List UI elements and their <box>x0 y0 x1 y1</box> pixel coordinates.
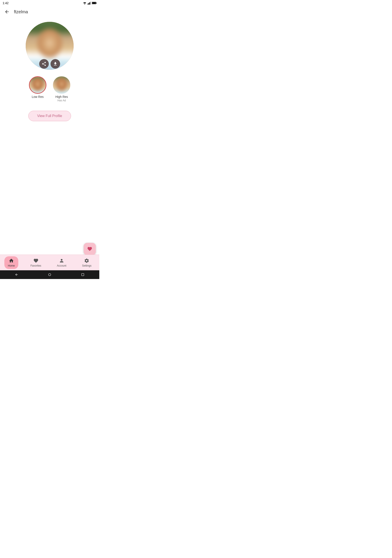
high-res-circle <box>53 76 70 94</box>
status-bar: 1:42 <box>0 0 99 6</box>
high-res-label: High Res <box>55 95 68 98</box>
svg-rect-3 <box>90 2 90 5</box>
signal-icon <box>87 1 91 5</box>
nav-account-label: Account <box>57 264 66 267</box>
heart-icon <box>87 246 92 252</box>
back-system-btn[interactable] <box>14 272 19 277</box>
settings-icon <box>84 258 89 263</box>
main-content: Low Res High Res Has Ad View Full Profil… <box>0 17 99 121</box>
page-title: ftzelma <box>14 9 28 14</box>
svg-rect-2 <box>89 3 89 5</box>
svg-rect-7 <box>92 2 96 4</box>
battery-icon <box>92 1 97 5</box>
low-res-thumbnail[interactable]: Low Res <box>29 76 46 98</box>
svg-rect-9 <box>82 274 84 276</box>
nav-favorites[interactable]: Favorites <box>27 256 45 269</box>
nav-account[interactable]: Account <box>53 256 70 269</box>
profile-avatar-container <box>26 22 74 70</box>
home-system-btn[interactable] <box>47 272 52 277</box>
low-res-blur <box>29 76 46 94</box>
low-res-label: Low Res <box>32 95 43 98</box>
nav-settings-label: Settings <box>82 264 92 267</box>
thumbnail-row: Low Res High Res Has Ad <box>29 76 70 102</box>
nav-home[interactable]: Home <box>4 256 18 269</box>
favorites-icon <box>33 258 39 263</box>
bottom-nav: Home Favorites Account Settings <box>0 255 99 270</box>
avatar-action-buttons <box>39 59 60 69</box>
home-icon <box>9 258 14 263</box>
svg-rect-1 <box>87 3 88 5</box>
status-icons <box>83 1 97 5</box>
share-icon <box>42 61 46 66</box>
low-res-circle <box>29 76 46 94</box>
status-time: 1:42 <box>3 1 9 5</box>
back-button[interactable] <box>3 8 10 15</box>
svg-rect-6 <box>96 3 96 4</box>
high-res-sublabel: Has Ad <box>58 99 66 102</box>
high-res-blur <box>53 76 70 94</box>
share-button[interactable] <box>39 59 49 69</box>
nav-settings[interactable]: Settings <box>79 256 95 269</box>
app-bar: ftzelma <box>0 6 99 17</box>
svg-point-8 <box>49 274 51 276</box>
download-button[interactable] <box>51 59 60 69</box>
account-icon <box>59 258 64 263</box>
fab-heart-button[interactable] <box>84 243 96 255</box>
view-full-profile-button[interactable]: View Full Profile <box>28 111 71 121</box>
nav-home-label: Home <box>8 264 15 267</box>
system-nav <box>0 270 99 279</box>
nav-favorites-label: Favorites <box>31 264 41 267</box>
download-icon <box>53 61 58 66</box>
svg-point-0 <box>85 4 85 5</box>
wifi-icon <box>83 1 87 5</box>
high-res-thumbnail[interactable]: High Res Has Ad <box>53 76 70 102</box>
recents-system-btn[interactable] <box>80 272 85 277</box>
svg-rect-4 <box>90 1 91 5</box>
